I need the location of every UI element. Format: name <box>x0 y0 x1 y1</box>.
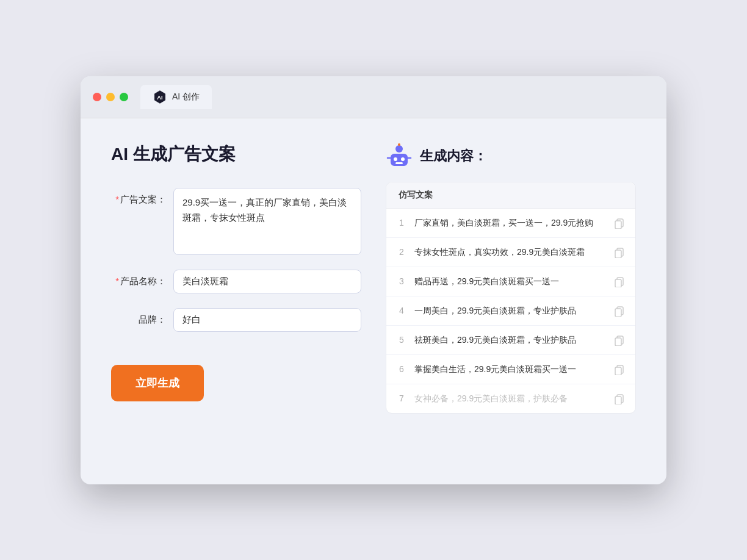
copy-icon[interactable] <box>613 304 626 317</box>
row-number: 3 <box>396 276 407 286</box>
svg-point-8 <box>398 143 400 146</box>
browser-tab[interactable]: AI AI 创作 <box>140 85 212 109</box>
table-row: 1厂家直销，美白淡斑霜，买一送一，29.9元抢购 <box>386 209 635 238</box>
svg-point-4 <box>394 157 397 161</box>
required-star: * <box>115 194 119 204</box>
close-button[interactable] <box>93 93 101 101</box>
table-row: 4一周美白，29.9元美白淡斑霜，专业护肤品 <box>386 296 635 326</box>
row-number: 1 <box>396 218 407 228</box>
svg-rect-18 <box>615 309 621 317</box>
right-panel: 生成内容： 仿写文案 1厂家直销，美白淡斑霜，买一送一，29.9元抢购 2专抹女… <box>386 143 636 460</box>
row-text: 赠品再送，29.9元美白淡斑霜买一送一 <box>414 275 606 288</box>
copy-icon[interactable] <box>613 246 626 258</box>
main-content: AI 生成广告文案 *广告文案： 29.9买一送一，真正的厂家直销，美白淡斑霜，… <box>81 118 666 484</box>
copy-icon[interactable] <box>613 334 626 346</box>
brand-label: 品牌： <box>111 308 166 326</box>
row-number: 7 <box>396 393 407 403</box>
ad-copy-group: *广告文案： 29.9买一送一，真正的厂家直销，美白淡斑霜，专抹女性斑点 <box>111 188 361 255</box>
table-row: 6掌握美白生活，29.9元美白淡斑霜买一送一 <box>386 355 635 384</box>
maximize-button[interactable] <box>120 93 128 101</box>
row-number: 6 <box>396 364 407 374</box>
svg-rect-14 <box>615 250 621 258</box>
right-title: 生成内容： <box>420 147 487 165</box>
generate-button[interactable]: 立即生成 <box>111 365 204 401</box>
ai-tab-icon: AI <box>153 90 167 104</box>
table-row: 2专抹女性斑点，真实功效，29.9元美白淡斑霜 <box>386 238 635 267</box>
product-name-group: *产品名称： 美白淡斑霜 <box>111 270 361 293</box>
brand-group: 品牌： 好白 <box>111 308 361 332</box>
traffic-lights <box>93 93 128 101</box>
browser-window: AI AI 创作 AI 生成广告文案 *广告文案： 29.9买一送一，真正的厂家… <box>81 76 666 484</box>
row-text: 祛斑美白，29.9元美白淡斑霜，专业护肤品 <box>414 334 606 346</box>
copy-icon[interactable] <box>613 363 626 375</box>
result-table: 仿写文案 1厂家直销，美白淡斑霜，买一送一，29.9元抢购 2专抹女性斑点，真实… <box>386 182 636 414</box>
page-title: AI 生成广告文案 <box>111 143 361 166</box>
svg-rect-16 <box>615 279 621 287</box>
copy-icon[interactable] <box>613 275 626 287</box>
svg-rect-20 <box>615 338 621 346</box>
table-row: 7女神必备，29.9元美白淡斑霜，护肤必备 <box>386 384 635 413</box>
table-header: 仿写文案 <box>386 182 635 209</box>
row-number: 4 <box>396 306 407 315</box>
robot-icon <box>386 143 413 170</box>
right-header: 生成内容： <box>386 143 636 170</box>
product-name-input[interactable]: 美白淡斑霜 <box>173 270 361 293</box>
tab-label: AI 创作 <box>172 92 200 102</box>
svg-point-5 <box>401 157 405 161</box>
row-text: 掌握美白生活，29.9元美白淡斑霜买一送一 <box>414 363 606 376</box>
left-panel: AI 生成广告文案 *广告文案： 29.9买一送一，真正的厂家直销，美白淡斑霜，… <box>111 143 361 460</box>
titlebar: AI AI 创作 <box>81 76 666 118</box>
brand-input[interactable]: 好白 <box>173 308 361 332</box>
minimize-button[interactable] <box>106 93 115 101</box>
table-row: 3赠品再送，29.9元美白淡斑霜买一送一 <box>386 267 635 296</box>
product-name-label: *产品名称： <box>111 270 166 287</box>
row-number: 5 <box>396 335 407 345</box>
row-number: 2 <box>396 247 407 257</box>
ad-copy-label: *广告文案： <box>111 188 166 206</box>
svg-rect-22 <box>615 367 621 375</box>
row-text: 厂家直销，美白淡斑霜，买一送一，29.9元抢购 <box>414 217 606 229</box>
svg-rect-24 <box>615 397 621 404</box>
svg-rect-6 <box>395 162 403 164</box>
required-star-2: * <box>115 276 119 286</box>
copy-icon[interactable] <box>613 392 626 404</box>
ad-copy-input[interactable]: 29.9买一送一，真正的厂家直销，美白淡斑霜，专抹女性斑点 <box>173 188 361 255</box>
row-text: 专抹女性斑点，真实功效，29.9元美白淡斑霜 <box>414 246 606 259</box>
table-row: 5祛斑美白，29.9元美白淡斑霜，专业护肤品 <box>386 326 635 355</box>
copy-icon[interactable] <box>613 217 626 229</box>
row-text: 女神必备，29.9元美白淡斑霜，护肤必备 <box>414 392 606 405</box>
row-text: 一周美白，29.9元美白淡斑霜，专业护肤品 <box>414 304 606 317</box>
svg-rect-12 <box>615 221 621 229</box>
svg-text:AI: AI <box>157 94 162 101</box>
